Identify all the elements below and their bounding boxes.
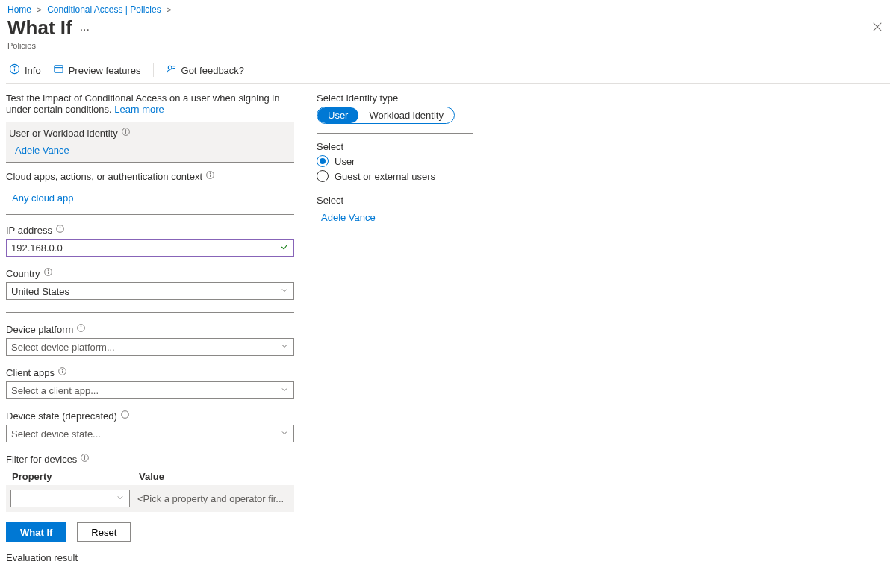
radio-user-label: User: [335, 156, 355, 167]
client-apps-select[interactable]: Select a client app...: [6, 381, 294, 399]
country-select[interactable]: United States: [6, 282, 294, 300]
info-icon: [120, 410, 130, 422]
info-label: Info: [25, 65, 41, 76]
learn-more-link[interactable]: Learn more: [114, 104, 164, 115]
feedback-icon: [166, 63, 177, 77]
info-icon: [43, 267, 53, 279]
ip-label: IP address: [6, 225, 52, 236]
info-icon: [55, 224, 65, 236]
feedback-button[interactable]: Got feedback?: [166, 63, 245, 77]
identity-section[interactable]: User or Workload identity Adele Vance: [6, 122, 294, 163]
device-platform-select[interactable]: Select device platform...: [6, 338, 294, 356]
filter-devices-label: Filter for devices: [6, 454, 77, 465]
evaluation-result-heading: Evaluation result: [6, 552, 294, 563]
what-if-button[interactable]: What If: [6, 522, 66, 542]
chevron-right-icon: >: [37, 5, 41, 14]
filter-property-select[interactable]: [10, 490, 130, 507]
chevron-down-icon: [116, 493, 125, 504]
breadcrumb-ca[interactable]: Conditional Access | Policies: [47, 4, 161, 15]
svg-point-31: [84, 456, 85, 457]
device-state-select[interactable]: Select device state...: [6, 425, 294, 442]
svg-point-10: [125, 130, 126, 131]
description: Test the impact of Conditional Access on…: [6, 93, 294, 115]
radio-icon: [317, 170, 329, 182]
country-label: Country: [6, 268, 40, 279]
chevron-right-icon: >: [167, 5, 171, 14]
identity-type-label: Select identity type: [317, 93, 473, 104]
device-state-label: Device state (deprecated): [6, 410, 117, 422]
pill-user[interactable]: User: [317, 107, 358, 123]
device-state-placeholder: Select device state...: [11, 428, 101, 440]
more-icon[interactable]: ···: [80, 24, 90, 36]
client-apps-placeholder: Select a client app...: [11, 385, 99, 396]
ip-input[interactable]: 192.168.0.0: [6, 239, 294, 257]
svg-point-4: [14, 66, 15, 67]
radio-guest[interactable]: Guest or external users: [317, 170, 473, 182]
apps-section[interactable]: Cloud apps, actions, or authentication c…: [6, 170, 294, 215]
client-apps-label: Client apps: [6, 367, 55, 378]
divider: [317, 133, 473, 134]
info-icon: [9, 63, 20, 77]
country-value: United States: [11, 286, 69, 297]
filter-col-property: Property: [12, 471, 139, 482]
select2-label: Select: [317, 195, 473, 206]
info-icon: [121, 127, 131, 139]
radio-guest-label: Guest or external users: [335, 171, 435, 182]
chevron-down-icon: [280, 342, 289, 353]
reset-button[interactable]: Reset: [77, 522, 131, 542]
filter-value-placeholder: <Pick a property and operator fir...: [130, 490, 290, 507]
divider: [317, 231, 473, 231]
svg-point-13: [210, 173, 211, 174]
chevron-down-icon: [280, 286, 289, 297]
svg-point-22: [81, 326, 81, 327]
select-label: Select: [317, 141, 473, 152]
chevron-down-icon: [280, 385, 289, 396]
svg-point-25: [62, 369, 63, 370]
svg-point-19: [48, 270, 49, 271]
separator: [153, 63, 154, 77]
preview-label: Preview features: [69, 65, 141, 76]
apps-value-link[interactable]: Any cloud app: [12, 193, 73, 204]
divider: [317, 187, 473, 187]
svg-point-16: [60, 227, 60, 228]
preview-features-button[interactable]: Preview features: [53, 63, 141, 77]
svg-rect-5: [55, 66, 63, 72]
info-icon: [205, 170, 215, 182]
radio-user[interactable]: User: [317, 155, 473, 167]
device-platform-label: Device platform: [6, 324, 73, 335]
feedback-label: Got feedback?: [181, 65, 245, 76]
svg-point-28: [125, 413, 125, 413]
selected-user-link[interactable]: Adele Vance: [321, 212, 376, 223]
pill-workload[interactable]: Workload identity: [358, 107, 453, 123]
apps-label: Cloud apps, actions, or authentication c…: [6, 171, 202, 182]
radio-icon: [317, 155, 329, 167]
page-title: What If: [7, 16, 72, 40]
ip-value: 192.168.0.0: [11, 243, 63, 254]
info-icon: [76, 323, 86, 335]
command-bar: Info Preview features Got feedback?: [6, 56, 890, 84]
filter-col-value: Value: [139, 471, 288, 482]
page-subtitle: Policies: [6, 41, 890, 50]
info-button[interactable]: Info: [9, 63, 41, 77]
info-icon: [80, 453, 90, 465]
close-icon[interactable]: [866, 19, 889, 38]
info-icon: [57, 366, 67, 378]
check-icon: [280, 243, 289, 254]
breadcrumb: Home > Conditional Access | Policies >: [6, 0, 890, 16]
identity-label: User or Workload identity: [9, 128, 118, 139]
svg-point-7: [168, 66, 172, 69]
chevron-down-icon: [280, 428, 289, 440]
preview-icon: [53, 63, 64, 77]
identity-value-link[interactable]: Adele Vance: [15, 145, 69, 156]
device-platform-placeholder: Select device platform...: [11, 342, 115, 353]
identity-type-toggle[interactable]: User Workload identity: [317, 107, 455, 124]
breadcrumb-home[interactable]: Home: [7, 4, 31, 15]
